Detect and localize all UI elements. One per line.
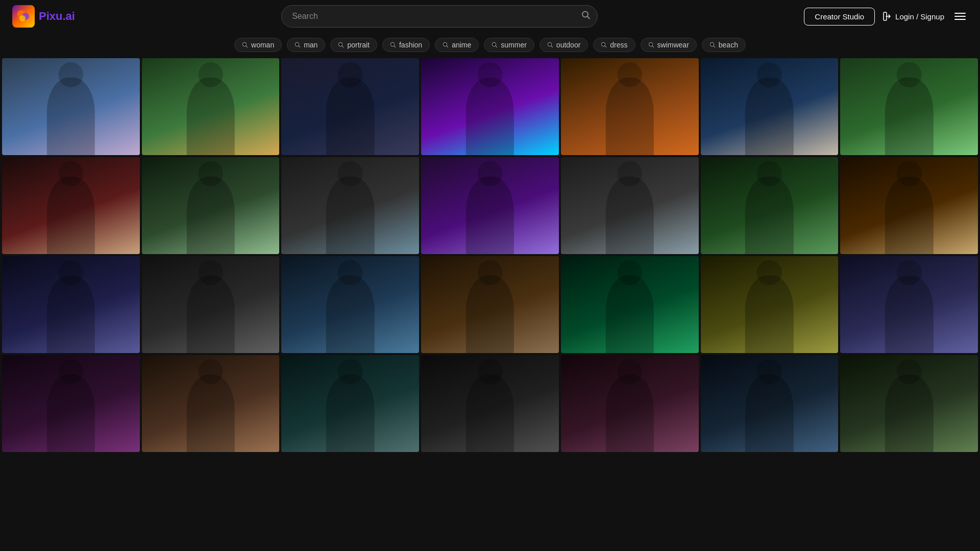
login-button[interactable]: Login / Signup bbox=[883, 12, 944, 21]
gallery-item[interactable] bbox=[142, 58, 280, 155]
gallery-item[interactable] bbox=[701, 157, 839, 254]
search-tag-icon bbox=[443, 42, 449, 48]
svg-line-4 bbox=[587, 16, 590, 19]
svg-line-11 bbox=[342, 46, 344, 47]
svg-line-15 bbox=[447, 46, 448, 47]
tag-fashion[interactable]: fashion bbox=[382, 38, 430, 52]
gallery-item[interactable] bbox=[701, 256, 839, 353]
logo-icon bbox=[12, 5, 35, 28]
tag-portrait[interactable]: portrait bbox=[330, 38, 377, 52]
tag-swimwear[interactable]: swimwear bbox=[641, 38, 697, 52]
gallery-item[interactable] bbox=[421, 157, 559, 254]
header: Pixu.ai Creator Studio Login / Signup bbox=[0, 0, 980, 33]
tag-dress[interactable]: dress bbox=[593, 38, 635, 52]
tag-outdoor[interactable]: outdoor bbox=[540, 38, 588, 52]
gallery-item[interactable] bbox=[142, 256, 280, 353]
gallery-item[interactable] bbox=[840, 355, 978, 452]
creator-studio-button[interactable]: Creator Studio bbox=[804, 8, 875, 26]
tag-label: dress bbox=[610, 41, 627, 49]
tag-beach[interactable]: beach bbox=[702, 38, 746, 52]
gallery-row-4 bbox=[0, 355, 980, 452]
search-tag-icon bbox=[648, 42, 654, 48]
gallery-item[interactable] bbox=[421, 256, 559, 353]
gallery-item[interactable] bbox=[701, 355, 839, 452]
search-tag-icon bbox=[338, 42, 344, 48]
header-right: Creator Studio Login / Signup bbox=[804, 8, 968, 26]
search-tag-icon bbox=[709, 42, 716, 48]
gallery-item[interactable] bbox=[840, 256, 978, 353]
tags-row: woman man portrait fashion anime summer bbox=[0, 33, 980, 58]
gallery-item[interactable] bbox=[840, 58, 978, 155]
gallery-item[interactable] bbox=[2, 256, 140, 353]
gallery-item[interactable] bbox=[561, 256, 699, 353]
search-wrapper bbox=[281, 5, 598, 28]
gallery-row-3 bbox=[0, 256, 980, 353]
tag-label: swimwear bbox=[657, 41, 689, 49]
gallery-item[interactable] bbox=[421, 58, 559, 155]
tag-label: outdoor bbox=[556, 41, 580, 49]
tag-label: summer bbox=[501, 41, 527, 49]
gallery-item[interactable] bbox=[142, 157, 280, 254]
logo-text: Pixu.ai bbox=[39, 10, 75, 23]
gallery-item[interactable] bbox=[281, 157, 419, 254]
search-icon bbox=[581, 11, 591, 20]
gallery-item[interactable] bbox=[561, 157, 699, 254]
svg-point-2 bbox=[19, 15, 26, 21]
tag-anime[interactable]: anime bbox=[435, 38, 479, 52]
menu-button[interactable] bbox=[952, 11, 968, 22]
tag-man[interactable]: man bbox=[287, 38, 325, 52]
gallery-item[interactable] bbox=[840, 157, 978, 254]
gallery-item[interactable] bbox=[561, 58, 699, 155]
search-button[interactable] bbox=[581, 11, 591, 22]
search-tag-icon bbox=[390, 42, 396, 48]
tag-label: portrait bbox=[347, 41, 370, 49]
gallery-item[interactable] bbox=[142, 355, 280, 452]
gallery-item[interactable] bbox=[281, 256, 419, 353]
tag-woman[interactable]: woman bbox=[234, 38, 282, 52]
svg-line-21 bbox=[605, 46, 606, 47]
tag-label: man bbox=[304, 41, 317, 49]
svg-line-13 bbox=[394, 46, 395, 47]
svg-line-7 bbox=[246, 46, 248, 47]
tag-label: anime bbox=[452, 41, 471, 49]
gallery bbox=[0, 58, 980, 452]
gallery-item[interactable] bbox=[2, 58, 140, 155]
svg-line-19 bbox=[551, 46, 552, 47]
search-tag-icon bbox=[492, 42, 498, 48]
search-input[interactable] bbox=[281, 5, 598, 28]
login-label: Login / Signup bbox=[895, 12, 944, 21]
search-tag-icon bbox=[547, 42, 553, 48]
gallery-item[interactable] bbox=[421, 355, 559, 452]
svg-line-25 bbox=[713, 46, 715, 47]
gallery-item[interactable] bbox=[701, 58, 839, 155]
tag-summer[interactable]: summer bbox=[484, 38, 534, 52]
gallery-item[interactable] bbox=[281, 355, 419, 452]
gallery-item[interactable] bbox=[281, 58, 419, 155]
svg-line-23 bbox=[652, 46, 653, 47]
tag-label: woman bbox=[251, 41, 274, 49]
gallery-row-1 bbox=[0, 58, 980, 155]
tag-label: beach bbox=[719, 41, 738, 49]
logo[interactable]: Pixu.ai bbox=[12, 5, 75, 28]
tag-label: fashion bbox=[399, 41, 422, 49]
search-tag-icon bbox=[242, 42, 248, 48]
gallery-item[interactable] bbox=[2, 157, 140, 254]
svg-line-17 bbox=[496, 46, 497, 47]
search-tag-icon bbox=[601, 42, 607, 48]
menu-icon bbox=[954, 13, 966, 14]
gallery-item[interactable] bbox=[561, 355, 699, 452]
search-tag-icon bbox=[295, 42, 301, 48]
svg-line-9 bbox=[299, 46, 300, 47]
gallery-row-2 bbox=[0, 157, 980, 254]
gallery-item[interactable] bbox=[2, 355, 140, 452]
login-icon bbox=[883, 12, 892, 21]
